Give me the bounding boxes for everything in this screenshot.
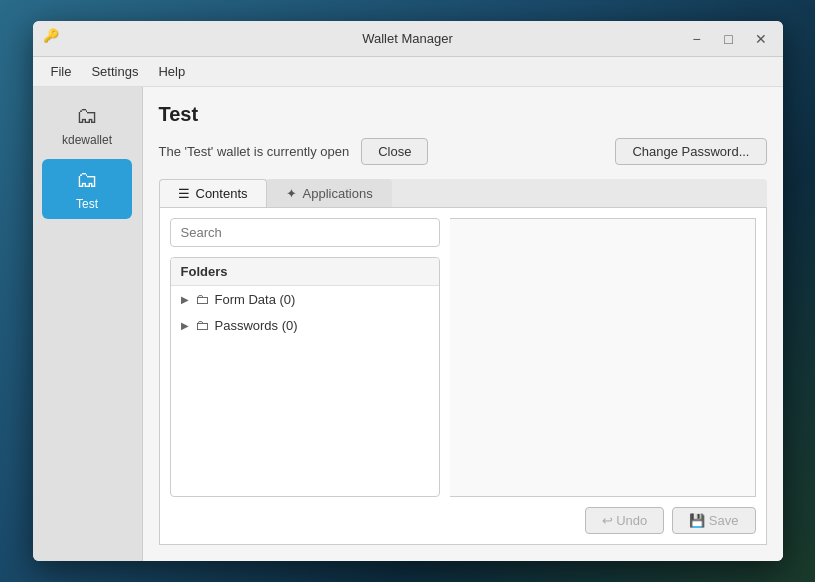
tabs: ☰ Contents ✦ Applications (159, 179, 767, 208)
minimize-button[interactable]: − (683, 26, 711, 52)
menubar: File Settings Help (33, 57, 783, 87)
window-title: Wallet Manager (362, 31, 453, 46)
bottom-bar: ↩ Undo 💾 Save (170, 497, 756, 534)
menu-help[interactable]: Help (148, 61, 195, 82)
applications-tab-icon: ✦ (286, 186, 297, 201)
undo-button[interactable]: ↩ Undo (585, 507, 665, 534)
tab-applications[interactable]: ✦ Applications (267, 179, 392, 207)
folder-icon-passwords: 🗀 (195, 317, 209, 333)
sidebar-item-kdewallet[interactable]: 🗂 kdewallet (42, 95, 132, 155)
wallet-status-bar: The 'Test' wallet is currently open Clos… (159, 138, 767, 165)
sidebar-item-kdewallet-label: kdewallet (62, 133, 112, 147)
tab-content: Folders ▶ 🗀 Form Data (0) ▶ 🗀 Passwords … (159, 208, 767, 545)
search-input[interactable] (170, 218, 440, 247)
maximize-button[interactable]: □ (715, 26, 743, 52)
folders-box: Folders ▶ 🗀 Form Data (0) ▶ 🗀 Passwords … (170, 257, 440, 497)
two-col-layout: Folders ▶ 🗀 Form Data (0) ▶ 🗀 Passwords … (170, 218, 756, 497)
contents-tab-icon: ☰ (178, 186, 190, 201)
main-area: 🗂 kdewallet 🗂 Test Test The 'Test' walle… (33, 87, 783, 561)
titlebar: 🔑 Wallet Manager − □ ✕ (33, 21, 783, 57)
close-window-button[interactable]: ✕ (747, 26, 775, 52)
save-button[interactable]: 💾 Save (672, 507, 755, 534)
sidebar-item-test[interactable]: 🗂 Test (42, 159, 132, 219)
contents-tab-label: Contents (196, 186, 248, 201)
sidebar: 🗂 kdewallet 🗂 Test (33, 87, 143, 561)
app-logo: 🔑 (43, 28, 65, 50)
folder-label-passwords: Passwords (0) (215, 318, 298, 333)
folder-item-passwords[interactable]: ▶ 🗀 Passwords (0) (171, 312, 439, 338)
wallet-title: Test (159, 103, 767, 126)
main-window: 🔑 Wallet Manager − □ ✕ File Settings Hel… (33, 21, 783, 561)
folders-header: Folders (171, 258, 439, 286)
applications-tab-label: Applications (303, 186, 373, 201)
content-area: Test The 'Test' wallet is currently open… (143, 87, 783, 561)
change-password-button[interactable]: Change Password... (615, 138, 766, 165)
sidebar-item-test-label: Test (76, 197, 98, 211)
kdewallet-icon: 🗂 (76, 103, 98, 129)
right-panel (450, 218, 756, 497)
undo-icon: ↩ (602, 513, 613, 528)
menu-file[interactable]: File (41, 61, 82, 82)
chevron-right-icon-2: ▶ (181, 320, 189, 331)
folder-icon-form-data: 🗀 (195, 291, 209, 307)
close-wallet-button[interactable]: Close (361, 138, 428, 165)
menu-settings[interactable]: Settings (81, 61, 148, 82)
left-panel: Folders ▶ 🗀 Form Data (0) ▶ 🗀 Passwords … (170, 218, 450, 497)
folder-item-form-data[interactable]: ▶ 🗀 Form Data (0) (171, 286, 439, 312)
wallet-status-text: The 'Test' wallet is currently open (159, 144, 350, 159)
save-label: Save (709, 513, 739, 528)
test-icon: 🗂 (76, 167, 98, 193)
tab-contents[interactable]: ☰ Contents (159, 179, 267, 207)
folder-label-form-data: Form Data (0) (215, 292, 296, 307)
window-controls: − □ ✕ (683, 26, 775, 52)
chevron-right-icon: ▶ (181, 294, 189, 305)
save-icon: 💾 (689, 513, 705, 528)
wallet-status-left: The 'Test' wallet is currently open Clos… (159, 138, 429, 165)
undo-label: Undo (616, 513, 647, 528)
